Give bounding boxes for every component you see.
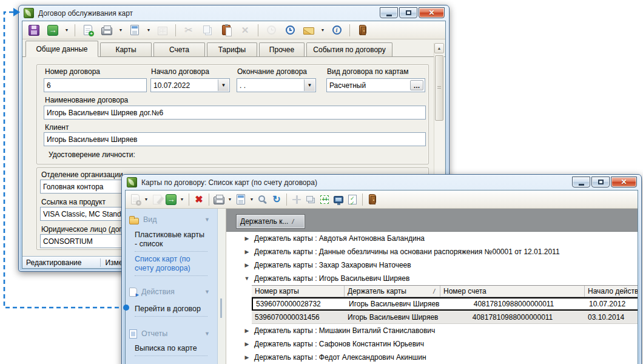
identity-label: Удостоверение личности: [49, 150, 135, 159]
new-dropdown[interactable]: ▼ [143, 192, 150, 207]
group-column-button[interactable]: Держатель к.../ [236, 214, 305, 229]
save-button[interactable] [25, 23, 42, 38]
table-row[interactable]: 5396070000031456 Игорь Васильевич Ширяев… [252, 311, 638, 324]
end-date-dropdown[interactable]: ▼ [304, 79, 315, 91]
report-dropdown[interactable]: ▼ [248, 192, 255, 207]
sidebar-item-goto-contract[interactable]: Перейти в договор [135, 305, 207, 317]
columns-icon [320, 195, 329, 204]
col-start-date[interactable]: Начало действия [585, 286, 638, 297]
checklist-button[interactable] [346, 192, 359, 207]
group-row[interactable]: ▶Держатель карты : Мишакин Виталий Стани… [226, 324, 638, 337]
client-field[interactable]: Игорь Васильевич Ширяев [44, 132, 426, 146]
cut-button [180, 23, 197, 38]
view-button[interactable] [332, 192, 345, 207]
print-button[interactable] [98, 23, 115, 38]
table-row-selected[interactable]: 5396070000028732 Игорь Васильевич Ширяев… [252, 297, 638, 311]
col-card-number[interactable]: Номер карты [252, 286, 345, 297]
new-document-icon [131, 194, 140, 204]
search-button[interactable] [256, 192, 269, 207]
exit-button[interactable] [354, 23, 371, 38]
columns-button[interactable] [318, 192, 331, 207]
window2-title: Карты по договору: Список карт (по счету… [141, 178, 317, 187]
contract-name-label: Наименование договора [45, 96, 128, 104]
pin-button[interactable] [290, 192, 303, 207]
close-button[interactable]: ✕ [611, 177, 637, 187]
sidebar-item-cards-by-account[interactable]: Список карт (по счету договора) [135, 255, 207, 276]
sidebar-section-reports[interactable]: Отчеты ▼ [129, 328, 214, 340]
section-view-label: Вид [143, 215, 157, 224]
exit-button[interactable] [366, 192, 379, 207]
export-dropdown[interactable]: ▼ [63, 23, 70, 38]
export-button[interactable] [44, 23, 61, 38]
minimize-button[interactable] [572, 177, 590, 187]
app-icon [127, 177, 137, 187]
print-icon [101, 27, 112, 35]
maximize-button[interactable] [399, 7, 417, 18]
collapse-icon[interactable]: ▼ [204, 331, 210, 337]
exit-icon [369, 194, 376, 204]
export-dropdown[interactable]: ▼ [178, 192, 186, 207]
tab-events[interactable]: События по договору [306, 42, 392, 56]
maximize-button[interactable] [591, 177, 610, 187]
refresh-button[interactable] [270, 192, 283, 207]
start-date-field[interactable]: 10.07.2022 ▼ [150, 78, 230, 92]
paste-button[interactable] [218, 23, 235, 38]
info-icon [332, 25, 342, 35]
group-row[interactable]: ▶Держатель карты : Данные обезличины на … [226, 245, 638, 258]
tab-general[interactable]: Общие данные [25, 41, 98, 57]
export-button[interactable] [164, 192, 178, 207]
collapse-icon[interactable]: ▼ [204, 217, 210, 223]
report-dropdown[interactable]: ▼ [145, 23, 152, 38]
window2-titlebar[interactable]: Карты по договору: Список карт (по счету… [122, 175, 641, 190]
sidebar-item-plastic-cards[interactable]: Пластиковые карты - список [135, 231, 207, 252]
copy-icon [203, 25, 210, 33]
end-date-field[interactable]: . . ▼ [237, 78, 316, 92]
window2-sidebar: Вид ▼ Пластиковые карты - список Список … [126, 209, 218, 364]
pin-icon [292, 195, 301, 204]
cards-list: Держатель к.../ ▶Держатель карты : Авдот… [226, 209, 638, 364]
collapse-icon[interactable]: ▼ [204, 289, 210, 295]
delete-button [237, 23, 254, 38]
export-icon [47, 25, 58, 36]
tab-tariffs[interactable]: Тарифы [207, 42, 257, 56]
col-holder[interactable]: Держатель карты/ [345, 286, 440, 297]
copies-button[interactable] [304, 192, 317, 207]
tab-accounts[interactable]: Счета [153, 42, 205, 56]
contract-name-field[interactable]: Игорь Васильевич Ширяев дог.№6 [44, 106, 426, 120]
sidebar-section-actions[interactable]: Действия ▼ [129, 286, 214, 298]
minimize-button[interactable] [380, 7, 398, 18]
tab-other[interactable]: Прочее [259, 42, 305, 56]
group-row[interactable]: ▶Держатель карты : Федот Александрович А… [226, 351, 638, 364]
group-row[interactable]: ▶Держатель карты : Авдотья Антоновна Бал… [226, 232, 638, 245]
sidebar-section-view[interactable]: Вид ▼ [129, 214, 214, 226]
status-mode: Редактирование [26, 258, 81, 267]
group-row[interactable]: ▶Держатель карты : Сафонов Константин Юр… [226, 337, 638, 351]
contract-type-picker[interactable]: … [410, 80, 423, 90]
tab-cards[interactable]: Карты [100, 42, 152, 56]
report-button[interactable] [234, 192, 247, 207]
sidebar-item-card-statement[interactable]: Выписка по карте [135, 344, 207, 356]
close-button[interactable]: ✕ [419, 7, 445, 18]
mail-button[interactable] [300, 23, 317, 38]
print-dropdown[interactable]: ▼ [226, 192, 234, 207]
table-icon [158, 27, 167, 35]
delete-icon [195, 194, 203, 205]
scroll-thumb[interactable] [435, 55, 443, 121]
sidebar-splitter[interactable] [218, 209, 226, 364]
info-button[interactable] [328, 23, 345, 38]
new-document-button[interactable] [79, 23, 96, 38]
delete-button[interactable] [192, 192, 206, 207]
contract-type-field[interactable]: Расчетный … [326, 78, 425, 92]
table-header[interactable]: Номер карты Держатель карты/ Номер счета… [252, 285, 638, 297]
history-button[interactable] [281, 23, 298, 38]
contract-number-field[interactable]: 6 [44, 78, 147, 92]
mail-dropdown[interactable]: ▼ [319, 23, 326, 38]
report-button[interactable] [126, 23, 143, 38]
col-account[interactable]: Номер счета [440, 286, 585, 297]
group-row-expanded[interactable]: ▼Держатель карты : Игорь Васильевич Ширя… [226, 272, 638, 285]
print-dropdown[interactable]: ▼ [117, 23, 124, 38]
print-button[interactable] [212, 192, 226, 207]
scroll-up-button[interactable]: ▲ [434, 43, 444, 53]
group-row[interactable]: ▶Держатель карты : Захар Захарович Наточ… [226, 258, 638, 272]
start-date-dropdown[interactable]: ▼ [218, 79, 229, 91]
